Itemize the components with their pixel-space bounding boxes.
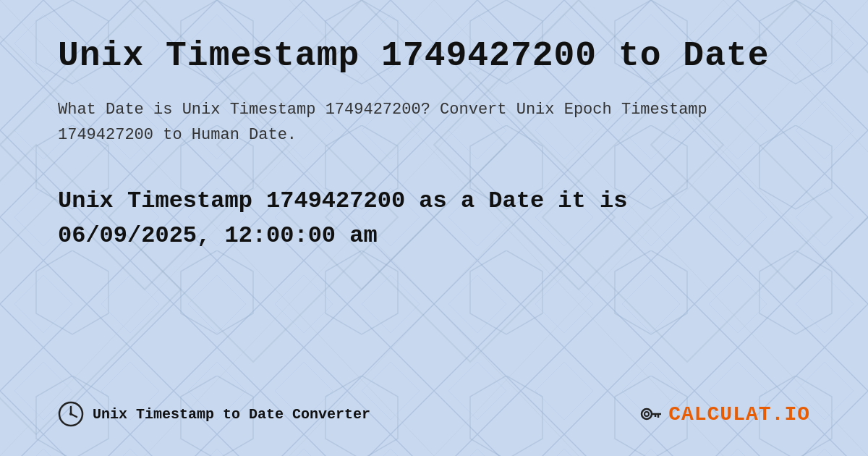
svg-point-30 (644, 412, 649, 416)
clock-icon (58, 401, 84, 427)
logo-icon (639, 402, 663, 426)
result-text: Unix Timestamp 1749427200 as a Date it i… (58, 184, 810, 253)
page-title: Unix Timestamp 1749427200 to Date (58, 36, 810, 75)
footer: Unix Timestamp to Date Converter CALCULA… (58, 387, 810, 427)
logo-text-accent: .IO (772, 403, 810, 426)
result-line1: Unix Timestamp 1749427200 as a Date it i… (58, 187, 627, 214)
logo-text-main: CALCULAT (668, 403, 771, 426)
result-line2: 06/09/2025, 12:00:00 am (58, 222, 378, 249)
svg-point-28 (69, 413, 72, 415)
page-description: What Date is Unix Timestamp 1749427200? … (58, 97, 810, 148)
footer-left: Unix Timestamp to Date Converter (58, 401, 370, 427)
calculat-logo: CALCULAT.IO (639, 402, 810, 426)
logo-text: CALCULAT.IO (668, 403, 810, 426)
footer-label: Unix Timestamp to Date Converter (93, 406, 370, 423)
result-section: Unix Timestamp 1749427200 as a Date it i… (58, 184, 810, 253)
svg-point-29 (642, 409, 652, 419)
